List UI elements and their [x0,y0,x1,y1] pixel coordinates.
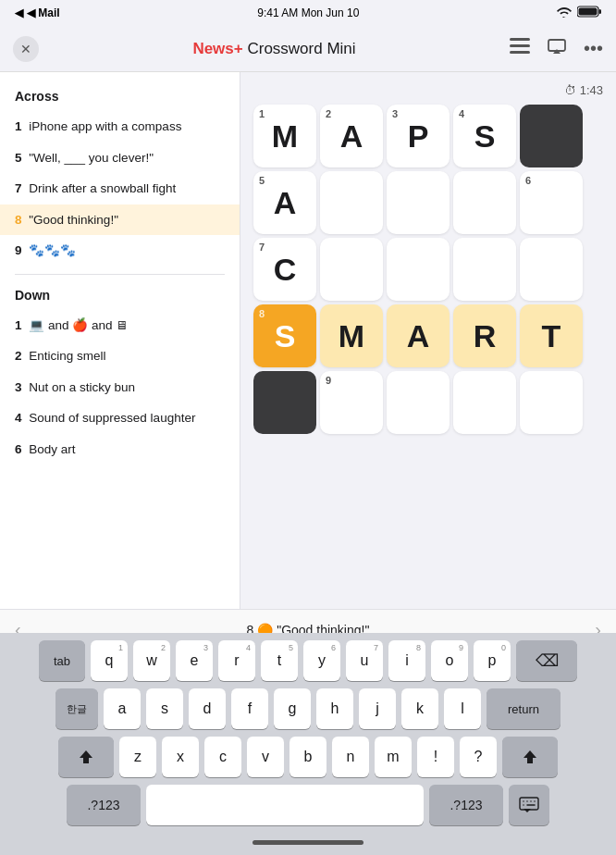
cell-1-5-black [520,105,583,167]
key-i[interactable]: 8i [388,640,425,681]
clue-across-1[interactable]: 1 iPhone app with a compass [0,111,240,142]
clue-num: 9 [15,243,22,257]
clue-down-4[interactable]: 4 Sound of suppressed laughter [0,403,240,434]
clue-num: 8 [15,213,22,227]
key-m[interactable]: m [375,737,412,777]
key-b[interactable]: b [290,737,326,777]
keyboard-hide-key[interactable] [509,785,549,825]
key-d[interactable]: d [189,688,226,729]
cell-5-3[interactable] [387,371,450,434]
clue-text: Drink after a snowball fight [29,181,176,195]
key-x[interactable]: x [162,737,199,777]
cell-1-2[interactable]: 2A [320,105,383,167]
cell-num: 7 [259,242,265,253]
cell-4-2[interactable]: M [320,304,383,367]
cell-5-4[interactable] [453,371,516,434]
clue-text: Enticing smell [29,349,105,363]
cell-1-1[interactable]: 1M [253,105,316,167]
key-e[interactable]: 3e [176,640,213,681]
cell-2-1[interactable]: 5A [253,171,316,234]
key-w[interactable]: 2w [133,640,170,681]
cell-num: 8 [259,308,265,319]
clue-text: Body art [29,442,75,456]
cell-4-4[interactable]: R [453,304,516,367]
delete-key[interactable]: ⌫ [516,640,577,681]
svg-rect-2 [599,9,602,14]
across-title: Across [0,83,240,111]
key-t[interactable]: 5t [261,640,298,681]
key-question[interactable]: ? [460,737,497,777]
key-o[interactable]: 9o [431,640,468,681]
cell-2-2[interactable] [320,171,383,234]
more-icon[interactable]: ••• [584,38,603,59]
cell-3-2[interactable] [320,238,383,301]
cell-3-4[interactable] [453,238,516,301]
key-p[interactable]: 0p [474,640,511,681]
clue-text: Nut on a sticky bun [29,380,135,394]
cell-5-5[interactable] [520,371,583,434]
close-button[interactable]: ✕ [13,36,39,62]
key-j[interactable]: j [359,688,396,729]
key-v[interactable]: v [247,737,284,777]
key-z[interactable]: z [119,737,156,777]
cell-1-4[interactable]: 4S [453,105,516,167]
cell-4-3[interactable]: A [387,304,450,367]
svg-rect-4 [510,44,530,47]
key-u[interactable]: 7u [346,640,383,681]
return-key[interactable]: return [487,688,561,729]
clue-down-2[interactable]: 2 Enticing smell [0,341,240,372]
tab-key[interactable]: tab [39,640,85,681]
left-shift-key[interactable] [58,737,114,777]
cell-2-4[interactable] [453,171,516,234]
key-l[interactable]: l [444,688,481,729]
cell-1-3[interactable]: 3P [387,105,450,167]
clue-across-8[interactable]: 8 "Good thinking!" [0,204,240,236]
timer: ⏱ 1:43 [253,83,603,97]
space-bar[interactable] [146,785,424,825]
cell-2-3[interactable] [387,171,450,234]
clue-text: "Well, ___ you clever!" [29,151,154,165]
nav-title: News+ Crossword Mini [192,40,355,58]
status-bar: ◀ ◀ Mail 9:41 AM Mon Jun 10 [0,0,616,26]
clue-down-3[interactable]: 3 Nut on a sticky bun [0,372,240,403]
cell-4-1-active[interactable]: 8S [253,304,316,367]
cell-3-5[interactable] [520,238,583,301]
key-s[interactable]: s [146,688,183,729]
cell-4-5[interactable]: T [520,304,583,367]
key-q[interactable]: 1q [91,640,128,681]
clue-num: 1 [15,119,22,133]
clue-num: 1 [15,318,22,332]
clue-text: 💻 and 🍎 and 🖥 [29,318,129,332]
key-c[interactable]: c [204,737,241,777]
list-icon[interactable] [510,38,530,59]
clue-text: "Good thinking!" [29,213,118,227]
clue-across-5[interactable]: 5 "Well, ___ you clever!" [0,142,240,174]
clue-down-6[interactable]: 6 Body art [0,434,240,465]
cell-3-1[interactable]: 7C [253,238,316,301]
airplay-icon[interactable] [547,38,567,59]
cell-3-3[interactable] [387,238,450,301]
key-f[interactable]: f [231,688,268,729]
key-y[interactable]: 6y [303,640,340,681]
key-r[interactable]: 4r [218,640,255,681]
status-mail[interactable]: ◀ Mail [27,6,60,19]
home-indicator [253,840,363,845]
numbers-right-key[interactable]: .?123 [429,785,503,825]
key-n[interactable]: n [332,737,369,777]
key-g[interactable]: g [274,688,311,729]
cell-2-5[interactable]: 6 [520,171,583,234]
numbers-left-key[interactable]: .?123 [67,785,141,825]
right-shift-key[interactable] [502,737,558,777]
key-exclaim[interactable]: ! [417,737,454,777]
clue-text: iPhone app with a compass [29,119,181,133]
down-title: Down [0,282,240,310]
cell-5-2[interactable]: 9 [320,371,383,434]
clue-across-9[interactable]: 9 🐾🐾🐾 [0,235,240,266]
keyboard-row-1: tab 1q 2w 3e 4r 5t 6y 7u 8i 9o 0p ⌫ [4,640,612,681]
key-h[interactable]: h [316,688,353,729]
key-a[interactable]: a [104,688,141,729]
hangul-key[interactable]: 한글 [55,688,98,729]
key-k[interactable]: k [401,688,438,729]
clue-down-1[interactable]: 1 💻 and 🍎 and 🖥 [0,310,240,341]
clue-across-7[interactable]: 7 Drink after a snowball fight [0,173,240,204]
